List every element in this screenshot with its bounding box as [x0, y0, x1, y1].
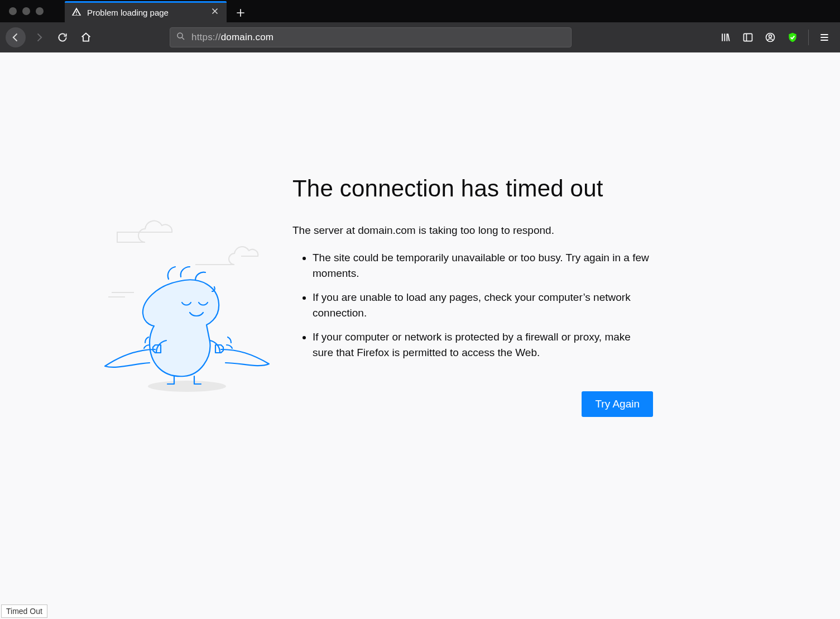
svg-point-0 — [177, 33, 183, 38]
error-bullet-list: The site could be temporarily unavailabl… — [292, 250, 653, 360]
library-icon[interactable] — [716, 27, 736, 47]
search-icon — [176, 31, 186, 44]
browser-tab-active[interactable]: Problem loading page — [65, 1, 227, 22]
window-close-dot[interactable] — [9, 7, 17, 15]
new-tab-button[interactable] — [231, 3, 250, 22]
tabstrip: Problem loading page — [65, 0, 250, 22]
content-area: The connection has timed out The server … — [0, 52, 840, 619]
toolbar: https://domain.com — [0, 22, 840, 52]
try-again-button[interactable]: Try Again — [582, 391, 653, 417]
shield-icon[interactable] — [783, 27, 803, 47]
menu-icon[interactable] — [814, 27, 834, 47]
warning-icon — [71, 7, 81, 18]
status-chip: Timed Out — [1, 604, 47, 618]
back-button[interactable] — [6, 27, 26, 47]
url-bar[interactable]: https://domain.com — [170, 27, 572, 47]
url-scheme: https:// — [191, 32, 221, 42]
svg-point-4 — [148, 381, 226, 392]
tab-close-icon[interactable] — [210, 6, 220, 19]
window-min-dot[interactable] — [22, 7, 30, 15]
tab-title: Problem loading page — [87, 8, 169, 17]
sidebar-icon[interactable] — [738, 27, 758, 47]
svg-rect-1 — [744, 33, 752, 41]
reload-button[interactable] — [52, 27, 73, 47]
error-bullet: If your computer or network is protected… — [313, 329, 653, 360]
url-text: https://domain.com — [191, 32, 273, 43]
toolbar-right — [716, 27, 834, 47]
titlebar: Problem loading page — [0, 0, 840, 22]
error-container: The connection has timed out The server … — [95, 175, 653, 417]
error-bullet: If you are unable to load any pages, che… — [313, 290, 653, 320]
forward-button — [29, 27, 49, 47]
error-text-block: The connection has timed out The server … — [273, 175, 653, 417]
error-bullet: The site could be temporarily unavailabl… — [313, 250, 653, 281]
window-controls — [0, 0, 44, 22]
account-icon[interactable] — [760, 27, 780, 47]
home-button[interactable] — [76, 27, 96, 47]
error-subtitle: The server at domain.com is taking too l… — [292, 224, 653, 237]
window-max-dot[interactable] — [36, 7, 44, 15]
url-domain: domain.com — [221, 32, 274, 42]
error-illustration — [95, 209, 273, 399]
svg-point-3 — [769, 35, 772, 37]
toolbar-separator — [808, 30, 809, 45]
error-title: The connection has timed out — [292, 175, 653, 202]
